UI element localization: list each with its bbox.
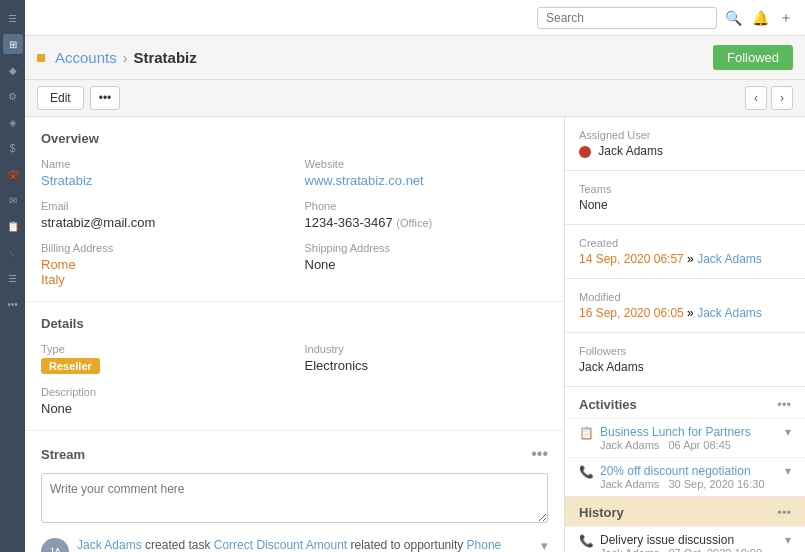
website-value[interactable]: www.stratabiz.co.net bbox=[305, 173, 549, 188]
history-icon-phone: 📞 bbox=[579, 534, 594, 552]
more-button[interactable]: ••• bbox=[90, 86, 121, 110]
followers-label: Followers bbox=[579, 345, 791, 357]
type-field: Type Reseller bbox=[41, 343, 285, 374]
billing-field: Billing Address Rome Italy bbox=[41, 242, 285, 287]
search-box: 🔍 🔔 ＋ bbox=[537, 7, 793, 29]
billing-line1: Rome bbox=[41, 257, 285, 272]
bell-icon[interactable]: 🔔 bbox=[752, 10, 769, 26]
activity-content: 20% off discount negotiation Jack Adams … bbox=[600, 464, 779, 490]
stream-task-link[interactable]: Correct Discount Amount bbox=[214, 538, 347, 552]
description-value: None bbox=[41, 401, 285, 416]
breadcrumb-parent[interactable]: Accounts bbox=[55, 49, 117, 66]
history-more-button[interactable]: ••• bbox=[777, 505, 791, 520]
activities-more-button[interactable]: ••• bbox=[777, 397, 791, 412]
activity-icon-calendar: 📋 bbox=[579, 426, 594, 451]
search-icon[interactable]: 🔍 bbox=[725, 10, 742, 26]
activities-header: Activities ••• bbox=[565, 387, 805, 418]
industry-field: Industry Electronics bbox=[305, 343, 549, 374]
modified-section: Modified 16 Sep, 2020 06:05 » Jack Adams bbox=[565, 279, 805, 333]
modified-label: Modified bbox=[579, 291, 791, 303]
phone-label: Phone bbox=[305, 200, 549, 212]
email-value: stratabiz@mail.com bbox=[41, 215, 285, 230]
type-label: Type bbox=[41, 343, 285, 355]
created-section: Created 14 Sep, 2020 06:57 » Jack Adams bbox=[565, 225, 805, 279]
edit-button[interactable]: Edit bbox=[37, 86, 84, 110]
sidebar-icon-calendar[interactable]: 📋 bbox=[3, 216, 23, 236]
main-wrapper: 🔍 🔔 ＋ Accounts › Stratabiz Followed Edit… bbox=[25, 0, 805, 552]
type-value: Reseller bbox=[41, 358, 285, 374]
stream-person-link[interactable]: Jack Adams bbox=[77, 538, 142, 552]
activity-meta: Jack Adams 30 Sep, 2020 16:30 bbox=[600, 478, 779, 490]
history-content: Delivery issue discussion Jack Adams 07 … bbox=[600, 533, 779, 552]
shipping-label: Shipping Address bbox=[305, 242, 549, 254]
activity-item-more[interactable]: ▾ bbox=[785, 464, 791, 490]
toolbar: Edit ••• ‹ › bbox=[25, 80, 805, 117]
followers-section: Followers Jack Adams bbox=[565, 333, 805, 387]
stream-item: JA Jack Adams created task Correct Disco… bbox=[41, 538, 548, 552]
history-meta: Jack Adams 07 Oct, 2020 10:00 bbox=[600, 547, 779, 552]
details-fields: Type Reseller Industry Electronics Descr… bbox=[41, 343, 548, 416]
shipping-field: Shipping Address None bbox=[305, 242, 549, 287]
name-label: Name bbox=[41, 158, 285, 170]
sidebar-icon-dollar[interactable]: $ bbox=[3, 138, 23, 158]
breadcrumb-bar: Accounts › Stratabiz Followed bbox=[25, 36, 805, 80]
created-date: 14 Sep, 2020 06:57 bbox=[579, 252, 684, 266]
modified-by[interactable]: Jack Adams bbox=[697, 306, 762, 320]
stream-header: Stream ••• bbox=[41, 445, 548, 463]
prev-button[interactable]: ‹ bbox=[745, 86, 767, 110]
left-panel: Overview Name Stratabiz Website www.stra… bbox=[25, 117, 565, 552]
sidebar-icon-phone[interactable]: 📞 bbox=[3, 242, 23, 262]
name-value[interactable]: Stratabiz bbox=[41, 173, 285, 188]
followed-button[interactable]: Followed bbox=[713, 45, 793, 70]
history-section: History ••• 📞 Delivery issue discussion … bbox=[565, 497, 805, 552]
created-date-line: 14 Sep, 2020 06:57 » Jack Adams bbox=[579, 252, 791, 266]
website-field: Website www.stratabiz.co.net bbox=[305, 158, 549, 188]
stream-more-button[interactable]: ••• bbox=[531, 445, 548, 463]
assigned-user-section: Assigned User Jack Adams bbox=[565, 117, 805, 171]
topbar: 🔍 🔔 ＋ bbox=[25, 0, 805, 36]
activity-title[interactable]: Business Lunch for Partners bbox=[600, 425, 779, 439]
sidebar-icon-dots[interactable]: ••• bbox=[3, 294, 23, 314]
assigned-user-name: Jack Adams bbox=[598, 144, 663, 158]
name-field: Name Stratabiz bbox=[41, 158, 285, 188]
stream-action: created task bbox=[145, 538, 214, 552]
overview-fields: Name Stratabiz Website www.stratabiz.co.… bbox=[41, 158, 548, 287]
next-button[interactable]: › bbox=[771, 86, 793, 110]
sidebar-icon-menu[interactable]: ☰ bbox=[3, 8, 23, 28]
industry-label: Industry bbox=[305, 343, 549, 355]
stream-section: Stream ••• JA Jack Adams created task Co… bbox=[25, 431, 564, 552]
comment-input[interactable] bbox=[41, 473, 548, 523]
activity-item-more[interactable]: ▾ bbox=[785, 425, 791, 451]
modified-date: 16 Sep, 2020 06:05 bbox=[579, 306, 684, 320]
activity-meta: Jack Adams 06 Apr 08:45 bbox=[600, 439, 779, 451]
sidebar-icon-grid[interactable]: ⊞ bbox=[3, 34, 23, 54]
created-by[interactable]: Jack Adams bbox=[697, 252, 762, 266]
sidebar-icon-list[interactable]: ☰ bbox=[3, 268, 23, 288]
details-title: Details bbox=[41, 316, 548, 331]
assigned-user-label: Assigned User bbox=[579, 129, 791, 141]
history-item-more[interactable]: ▾ bbox=[785, 533, 791, 552]
modified-date-line: 16 Sep, 2020 06:05 » Jack Adams bbox=[579, 306, 791, 320]
sidebar-icon-briefcase[interactable]: 💼 bbox=[3, 164, 23, 184]
breadcrumb: Accounts › Stratabiz bbox=[37, 49, 197, 66]
followers-value: Jack Adams bbox=[579, 360, 791, 374]
stream-item-more[interactable]: ▾ bbox=[541, 538, 548, 552]
email-label: Email bbox=[41, 200, 285, 212]
assigned-user-value: Jack Adams bbox=[579, 144, 791, 158]
sidebar-icon-gear[interactable]: ⚙ bbox=[3, 86, 23, 106]
history-header: History ••• bbox=[565, 497, 805, 526]
billing-label: Billing Address bbox=[41, 242, 285, 254]
sidebar-icon-mail[interactable]: ✉ bbox=[3, 190, 23, 210]
person-icon bbox=[579, 146, 591, 158]
sidebar-icon-chart[interactable]: ◈ bbox=[3, 112, 23, 132]
activity-title[interactable]: 20% off discount negotiation bbox=[600, 464, 779, 478]
email-field: Email stratabiz@mail.com bbox=[41, 200, 285, 230]
plus-icon[interactable]: ＋ bbox=[779, 9, 793, 27]
teams-value: None bbox=[579, 198, 791, 212]
activity-item: 📋 Business Lunch for Partners Jack Adams… bbox=[565, 418, 805, 457]
toolbar-left: Edit ••• bbox=[37, 86, 120, 110]
search-input[interactable] bbox=[537, 7, 717, 29]
breadcrumb-dot bbox=[37, 54, 45, 62]
teams-section: Teams None bbox=[565, 171, 805, 225]
sidebar-icon-diamond[interactable]: ◆ bbox=[3, 60, 23, 80]
